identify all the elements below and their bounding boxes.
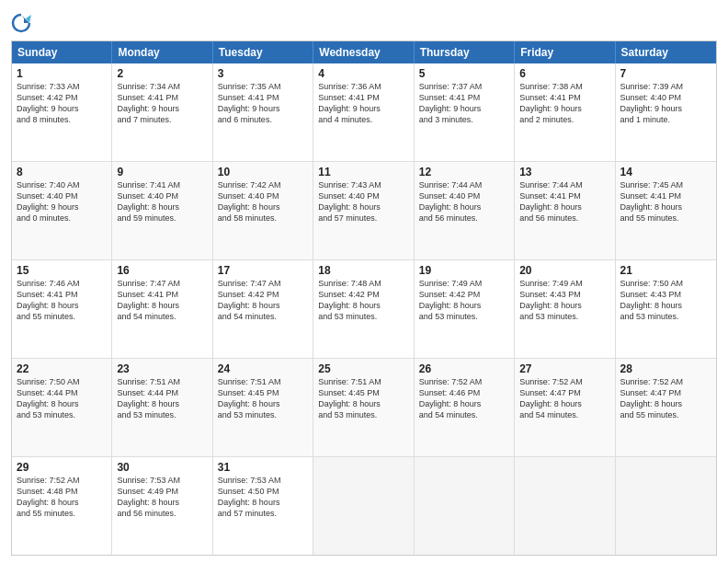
calendar-cell xyxy=(515,457,615,555)
day-info: Sunrise: 7:49 AM Sunset: 4:43 PM Dayligh… xyxy=(519,278,609,323)
calendar-cell: 23Sunrise: 7:51 AM Sunset: 4:44 PM Dayli… xyxy=(112,359,212,456)
calendar-cell: 10Sunrise: 7:42 AM Sunset: 4:40 PM Dayli… xyxy=(213,162,313,259)
day-info: Sunrise: 7:38 AM Sunset: 4:41 PM Dayligh… xyxy=(519,81,609,126)
calendar-row: 1Sunrise: 7:33 AM Sunset: 4:42 PM Daylig… xyxy=(12,63,716,161)
calendar-cell: 16Sunrise: 7:47 AM Sunset: 4:41 PM Dayli… xyxy=(112,260,212,358)
day-info: Sunrise: 7:52 AM Sunset: 4:48 PM Dayligh… xyxy=(17,475,107,520)
calendar-row: 15Sunrise: 7:46 AM Sunset: 4:41 PM Dayli… xyxy=(12,259,716,358)
day-number: 9 xyxy=(117,166,207,178)
header-day-friday: Friday xyxy=(515,41,615,63)
calendar-cell: 3Sunrise: 7:35 AM Sunset: 4:41 PM Daylig… xyxy=(213,63,313,161)
day-info: Sunrise: 7:37 AM Sunset: 4:41 PM Dayligh… xyxy=(419,81,509,126)
day-info: Sunrise: 7:50 AM Sunset: 4:44 PM Dayligh… xyxy=(17,376,107,421)
day-number: 30 xyxy=(117,461,207,474)
header-day-saturday: Saturday xyxy=(616,41,716,63)
day-info: Sunrise: 7:42 AM Sunset: 4:40 PM Dayligh… xyxy=(218,179,308,224)
header-day-wednesday: Wednesday xyxy=(313,41,414,63)
day-info: Sunrise: 7:52 AM Sunset: 4:47 PM Dayligh… xyxy=(620,376,711,421)
logo xyxy=(11,13,33,33)
day-info: Sunrise: 7:39 AM Sunset: 4:40 PM Dayligh… xyxy=(620,81,711,126)
calendar: SundayMondayTuesdayWednesdayThursdayFrid… xyxy=(11,40,717,556)
day-info: Sunrise: 7:45 AM Sunset: 4:41 PM Dayligh… xyxy=(620,179,711,224)
day-number: 10 xyxy=(218,166,308,178)
calendar-cell: 15Sunrise: 7:46 AM Sunset: 4:41 PM Dayli… xyxy=(12,260,112,358)
calendar-cell: 5Sunrise: 7:37 AM Sunset: 4:41 PM Daylig… xyxy=(415,63,515,161)
day-number: 3 xyxy=(218,67,308,80)
calendar-cell: 2Sunrise: 7:34 AM Sunset: 4:41 PM Daylig… xyxy=(112,63,212,161)
calendar-cell: 21Sunrise: 7:50 AM Sunset: 4:43 PM Dayli… xyxy=(616,260,716,358)
calendar-cell: 28Sunrise: 7:52 AM Sunset: 4:47 PM Dayli… xyxy=(616,359,716,456)
calendar-cell: 14Sunrise: 7:45 AM Sunset: 4:41 PM Dayli… xyxy=(616,162,716,259)
day-info: Sunrise: 7:52 AM Sunset: 4:47 PM Dayligh… xyxy=(519,376,609,421)
calendar-cell: 27Sunrise: 7:52 AM Sunset: 4:47 PM Dayli… xyxy=(515,359,615,456)
calendar-cell: 11Sunrise: 7:43 AM Sunset: 4:40 PM Dayli… xyxy=(313,162,414,259)
day-number: 12 xyxy=(419,166,509,178)
day-info: Sunrise: 7:49 AM Sunset: 4:42 PM Dayligh… xyxy=(419,278,509,323)
calendar-header: SundayMondayTuesdayWednesdayThursdayFrid… xyxy=(12,41,716,63)
header-day-sunday: Sunday xyxy=(12,41,112,63)
calendar-cell: 4Sunrise: 7:36 AM Sunset: 4:41 PM Daylig… xyxy=(313,63,414,161)
calendar-cell: 24Sunrise: 7:51 AM Sunset: 4:45 PM Dayli… xyxy=(213,359,313,456)
day-number: 24 xyxy=(218,362,308,375)
day-number: 13 xyxy=(519,166,609,178)
day-info: Sunrise: 7:35 AM Sunset: 4:41 PM Dayligh… xyxy=(218,81,308,126)
day-info: Sunrise: 7:53 AM Sunset: 4:50 PM Dayligh… xyxy=(218,475,308,520)
day-info: Sunrise: 7:47 AM Sunset: 4:42 PM Dayligh… xyxy=(218,278,308,323)
day-number: 16 xyxy=(117,264,207,277)
day-info: Sunrise: 7:50 AM Sunset: 4:43 PM Dayligh… xyxy=(620,278,711,323)
header-day-monday: Monday xyxy=(112,41,212,63)
header-day-thursday: Thursday xyxy=(415,41,515,63)
calendar-cell: 9Sunrise: 7:41 AM Sunset: 4:40 PM Daylig… xyxy=(112,162,212,259)
day-number: 8 xyxy=(17,166,107,178)
day-info: Sunrise: 7:44 AM Sunset: 4:41 PM Dayligh… xyxy=(519,179,609,224)
calendar-row: 22Sunrise: 7:50 AM Sunset: 4:44 PM Dayli… xyxy=(12,358,716,456)
calendar-cell: 12Sunrise: 7:44 AM Sunset: 4:40 PM Dayli… xyxy=(415,162,515,259)
day-info: Sunrise: 7:51 AM Sunset: 4:45 PM Dayligh… xyxy=(218,376,308,421)
day-info: Sunrise: 7:36 AM Sunset: 4:41 PM Dayligh… xyxy=(318,81,408,126)
calendar-cell: 1Sunrise: 7:33 AM Sunset: 4:42 PM Daylig… xyxy=(12,63,112,161)
day-number: 2 xyxy=(117,67,207,80)
header-day-tuesday: Tuesday xyxy=(213,41,313,63)
calendar-cell: 17Sunrise: 7:47 AM Sunset: 4:42 PM Dayli… xyxy=(213,260,313,358)
day-info: Sunrise: 7:44 AM Sunset: 4:40 PM Dayligh… xyxy=(419,179,509,224)
calendar-cell: 19Sunrise: 7:49 AM Sunset: 4:42 PM Dayli… xyxy=(415,260,515,358)
day-number: 20 xyxy=(519,264,609,277)
day-number: 5 xyxy=(419,67,509,80)
calendar-cell: 22Sunrise: 7:50 AM Sunset: 4:44 PM Dayli… xyxy=(12,359,112,456)
day-number: 31 xyxy=(218,461,308,474)
calendar-row: 8Sunrise: 7:40 AM Sunset: 4:40 PM Daylig… xyxy=(12,161,716,259)
calendar-cell: 29Sunrise: 7:52 AM Sunset: 4:48 PM Dayli… xyxy=(12,457,112,555)
day-number: 1 xyxy=(17,67,107,80)
day-number: 27 xyxy=(519,362,609,375)
day-info: Sunrise: 7:51 AM Sunset: 4:44 PM Dayligh… xyxy=(117,376,207,421)
day-number: 28 xyxy=(620,362,711,375)
day-number: 4 xyxy=(318,67,408,80)
day-number: 26 xyxy=(419,362,509,375)
calendar-cell: 26Sunrise: 7:52 AM Sunset: 4:46 PM Dayli… xyxy=(415,359,515,456)
calendar-cell: 20Sunrise: 7:49 AM Sunset: 4:43 PM Dayli… xyxy=(515,260,615,358)
day-info: Sunrise: 7:47 AM Sunset: 4:41 PM Dayligh… xyxy=(117,278,207,323)
day-number: 14 xyxy=(620,166,711,178)
calendar-body: 1Sunrise: 7:33 AM Sunset: 4:42 PM Daylig… xyxy=(12,63,716,555)
day-number: 18 xyxy=(318,264,408,277)
calendar-cell: 8Sunrise: 7:40 AM Sunset: 4:40 PM Daylig… xyxy=(12,162,112,259)
day-number: 29 xyxy=(17,461,107,474)
day-number: 6 xyxy=(519,67,609,80)
day-number: 17 xyxy=(218,264,308,277)
calendar-cell: 30Sunrise: 7:53 AM Sunset: 4:49 PM Dayli… xyxy=(112,457,212,555)
day-number: 23 xyxy=(117,362,207,375)
calendar-cell xyxy=(415,457,515,555)
day-info: Sunrise: 7:51 AM Sunset: 4:45 PM Dayligh… xyxy=(318,376,408,421)
day-info: Sunrise: 7:52 AM Sunset: 4:46 PM Dayligh… xyxy=(419,376,509,421)
day-info: Sunrise: 7:46 AM Sunset: 4:41 PM Dayligh… xyxy=(17,278,107,323)
day-info: Sunrise: 7:33 AM Sunset: 4:42 PM Dayligh… xyxy=(17,81,107,126)
day-number: 21 xyxy=(620,264,711,277)
day-info: Sunrise: 7:53 AM Sunset: 4:49 PM Dayligh… xyxy=(117,475,207,520)
day-info: Sunrise: 7:34 AM Sunset: 4:41 PM Dayligh… xyxy=(117,81,207,126)
day-number: 11 xyxy=(318,166,408,178)
logo-icon xyxy=(11,13,31,33)
page-container: SundayMondayTuesdayWednesdayThursdayFrid… xyxy=(0,0,728,563)
day-number: 25 xyxy=(318,362,408,375)
day-number: 19 xyxy=(419,264,509,277)
calendar-cell: 18Sunrise: 7:48 AM Sunset: 4:42 PM Dayli… xyxy=(313,260,414,358)
